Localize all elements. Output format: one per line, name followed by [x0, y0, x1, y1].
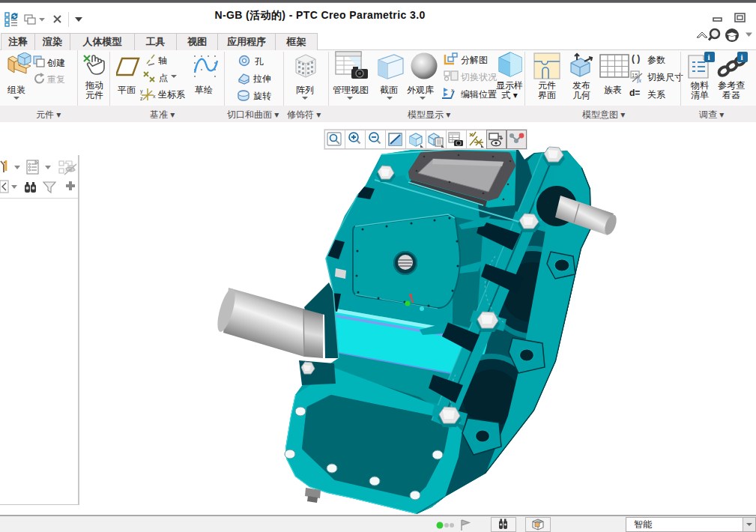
svg-text:i: i	[708, 52, 710, 61]
svg-text:x: x	[451, 88, 454, 93]
svg-text:x: x	[153, 94, 156, 99]
svg-text:fx: fx	[637, 77, 641, 83]
svg-text:z: z	[140, 96, 143, 101]
svg-text:i: i	[741, 52, 743, 61]
svg-text:y: y	[140, 88, 143, 94]
